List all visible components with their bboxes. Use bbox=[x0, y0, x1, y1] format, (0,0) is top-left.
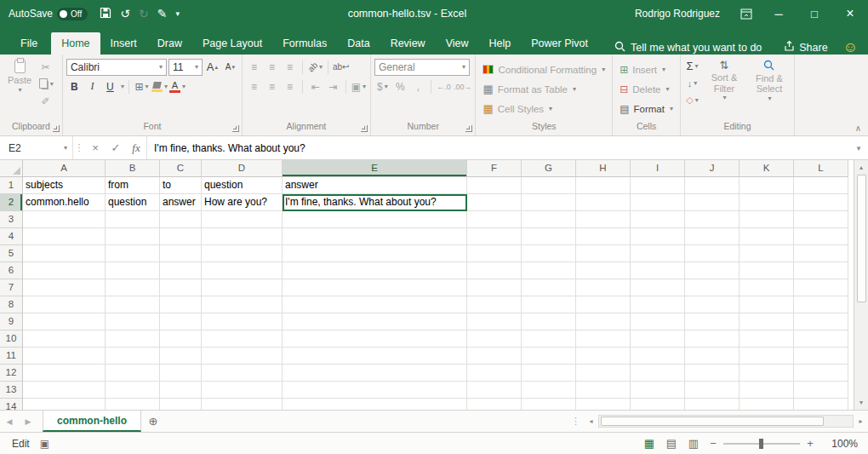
alignment-dialog-launcher-icon[interactable] bbox=[361, 125, 368, 132]
name-box[interactable]: E2 ▾ bbox=[0, 136, 73, 159]
cell-G10[interactable] bbox=[522, 330, 576, 348]
cell-F11[interactable] bbox=[467, 348, 522, 365]
pen-mode-icon[interactable]: ✎ bbox=[157, 7, 168, 20]
cell-G6[interactable] bbox=[522, 262, 576, 279]
redo-icon[interactable]: ↻ bbox=[139, 7, 149, 20]
cell-K14[interactable] bbox=[740, 399, 794, 410]
cell-G1[interactable] bbox=[522, 177, 576, 194]
cell-L9[interactable] bbox=[794, 313, 848, 330]
cell-E9[interactable] bbox=[283, 313, 467, 330]
cell-D14[interactable] bbox=[202, 399, 283, 410]
sheetbar-grip[interactable]: ⋮ bbox=[568, 416, 584, 427]
cell-L1[interactable] bbox=[794, 177, 848, 194]
zoom-level[interactable]: 100% bbox=[819, 438, 858, 450]
cell-H13[interactable] bbox=[576, 382, 631, 399]
zoom-slider-thumb[interactable] bbox=[759, 439, 763, 449]
row-header-10[interactable]: 10 bbox=[0, 330, 23, 348]
cell-E5[interactable] bbox=[283, 245, 467, 262]
cell-B4[interactable] bbox=[106, 228, 160, 245]
row-header-14[interactable]: 14 bbox=[0, 399, 23, 410]
column-header-G[interactable]: G bbox=[522, 160, 576, 177]
cell-H7[interactable] bbox=[576, 279, 631, 296]
cell-J8[interactable] bbox=[685, 296, 740, 313]
cell-L6[interactable] bbox=[794, 262, 848, 279]
cell-D8[interactable] bbox=[202, 296, 283, 313]
cell-C9[interactable] bbox=[160, 313, 202, 330]
cell-G9[interactable] bbox=[522, 313, 576, 330]
sort-filter-button[interactable]: ⇅ Sort & Filter ▾ bbox=[702, 57, 746, 121]
cell-B8[interactable] bbox=[106, 296, 160, 313]
cell-A6[interactable] bbox=[23, 262, 106, 279]
clipboard-dialog-launcher-icon[interactable] bbox=[53, 125, 60, 132]
cell-L12[interactable] bbox=[794, 365, 848, 382]
cell-E13[interactable] bbox=[283, 382, 467, 399]
cell-J1[interactable] bbox=[685, 177, 740, 194]
cell-F6[interactable] bbox=[467, 262, 522, 279]
cell-I13[interactable] bbox=[631, 382, 685, 399]
align-middle-button[interactable]: ≡ bbox=[264, 59, 280, 75]
decrease-decimal-button[interactable]: .00→ bbox=[454, 78, 472, 95]
cell-C4[interactable] bbox=[160, 228, 202, 245]
cell-D1[interactable]: question bbox=[202, 177, 283, 194]
cell-A11[interactable] bbox=[23, 348, 106, 365]
cell-B5[interactable] bbox=[106, 245, 160, 262]
column-header-H[interactable]: H bbox=[576, 160, 631, 177]
scroll-left-icon[interactable]: ◂ bbox=[584, 417, 598, 425]
column-header-D[interactable]: D bbox=[202, 160, 283, 177]
cell-K11[interactable] bbox=[740, 348, 794, 365]
sheet-tab-common-hello[interactable]: common-hello bbox=[43, 411, 141, 432]
cell-I8[interactable] bbox=[631, 296, 685, 313]
cell-J6[interactable] bbox=[685, 262, 740, 279]
zoom-out-button[interactable]: − bbox=[705, 437, 722, 450]
cell-G8[interactable] bbox=[522, 296, 576, 313]
cell-L4[interactable] bbox=[794, 228, 848, 245]
cell-H2[interactable] bbox=[576, 194, 631, 211]
font-dialog-launcher-icon[interactable] bbox=[232, 125, 239, 132]
cell-K8[interactable] bbox=[740, 296, 794, 313]
cell-K5[interactable] bbox=[740, 245, 794, 262]
cell-D9[interactable] bbox=[202, 313, 283, 330]
cell-G13[interactable] bbox=[522, 382, 576, 399]
number-format-select[interactable]: General ▾ bbox=[374, 59, 470, 76]
cancel-entry-button[interactable]: × bbox=[85, 136, 106, 159]
cell-I9[interactable] bbox=[631, 313, 685, 330]
collapse-ribbon-icon[interactable]: ∧ bbox=[855, 124, 861, 133]
column-header-C[interactable]: C bbox=[160, 160, 202, 177]
cell-C3[interactable] bbox=[160, 211, 202, 228]
cell-I6[interactable] bbox=[631, 262, 685, 279]
cell-F5[interactable] bbox=[467, 245, 522, 262]
tab-help[interactable]: Help bbox=[479, 32, 522, 55]
cell-H14[interactable] bbox=[576, 399, 631, 410]
column-header-J[interactable]: J bbox=[685, 160, 740, 177]
column-header-L[interactable]: L bbox=[794, 160, 848, 177]
tab-view[interactable]: View bbox=[436, 32, 479, 55]
row-header-5[interactable]: 5 bbox=[0, 245, 23, 262]
clear-button[interactable]: ◇▾ bbox=[684, 92, 700, 108]
comma-style-button[interactable]: , bbox=[410, 78, 426, 95]
ribbon-display-options-icon[interactable] bbox=[732, 0, 761, 27]
cell-D10[interactable] bbox=[202, 330, 283, 348]
cell-A3[interactable] bbox=[23, 211, 106, 228]
tab-file[interactable]: File bbox=[7, 32, 51, 55]
cell-D7[interactable] bbox=[202, 279, 283, 296]
borders-button[interactable]: ⊞▾ bbox=[134, 78, 150, 95]
sheet-nav-right-icon[interactable]: ▶ bbox=[19, 417, 37, 426]
cell-I4[interactable] bbox=[631, 228, 685, 245]
cell-B3[interactable] bbox=[106, 211, 160, 228]
cell-B10[interactable] bbox=[106, 330, 160, 348]
row-header-6[interactable]: 6 bbox=[0, 262, 23, 279]
row-header-7[interactable]: 7 bbox=[0, 279, 23, 296]
cell-J4[interactable] bbox=[685, 228, 740, 245]
merge-center-button[interactable]: ▣▾ bbox=[351, 78, 367, 95]
row-header-8[interactable]: 8 bbox=[0, 296, 23, 313]
chevron-down-icon[interactable]: ▾ bbox=[121, 83, 124, 90]
cell-I12[interactable] bbox=[631, 365, 685, 382]
conditional-formatting-button[interactable]: Conditional Formatting ▾ bbox=[479, 60, 608, 79]
cell-E4[interactable] bbox=[283, 228, 467, 245]
cell-E11[interactable] bbox=[283, 348, 467, 365]
zoom-in-button[interactable]: + bbox=[802, 437, 819, 450]
cell-D3[interactable] bbox=[202, 211, 283, 228]
cell-L14[interactable] bbox=[794, 399, 848, 410]
cell-B12[interactable] bbox=[106, 365, 160, 382]
cell-C10[interactable] bbox=[160, 330, 202, 348]
